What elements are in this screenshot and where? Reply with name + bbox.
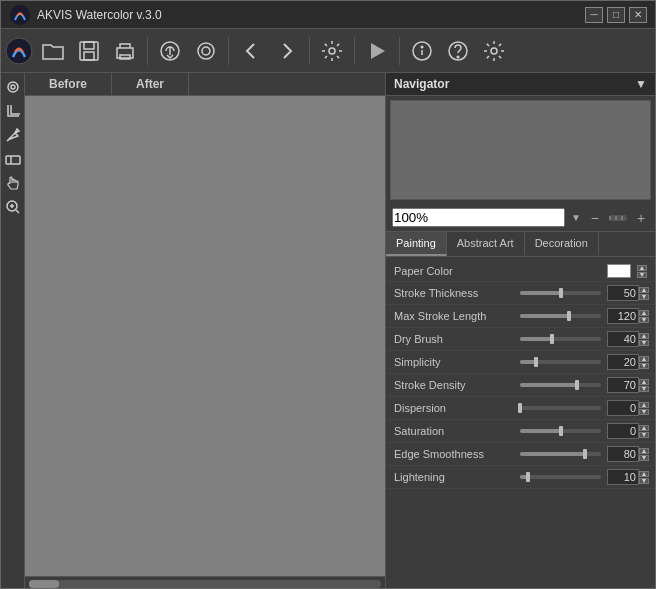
dry-brush-slider-area[interactable]: [520, 337, 601, 341]
stroke-thickness-slider-area[interactable]: [520, 291, 601, 295]
setting-stroke-density: Stroke Density ▲ ▼: [386, 374, 655, 397]
export-button[interactable]: [154, 35, 186, 67]
edge-smoothness-spin[interactable]: ▲ ▼: [639, 448, 649, 461]
edge-smoothness-slider-area[interactable]: [520, 452, 601, 456]
spin-up[interactable]: ▲: [639, 379, 649, 385]
stroke-density-slider-area[interactable]: [520, 383, 601, 387]
simplicity-spin[interactable]: ▲ ▼: [639, 356, 649, 369]
spin-up[interactable]: ▲: [639, 402, 649, 408]
print-button[interactable]: [109, 35, 141, 67]
spin-down[interactable]: ▼: [639, 294, 649, 300]
spin-up[interactable]: ▲: [637, 265, 647, 271]
tab-decoration[interactable]: Decoration: [525, 232, 599, 256]
panel-tabs: Painting Abstract Art Decoration: [386, 232, 655, 257]
eraser-tool-button[interactable]: [3, 149, 23, 169]
maximize-button[interactable]: □: [607, 7, 625, 23]
settings-button[interactable]: [316, 35, 348, 67]
erase-button[interactable]: [190, 35, 222, 67]
dropdown-icon[interactable]: ▼: [571, 212, 581, 223]
zoom-tool-button[interactable]: [3, 197, 23, 217]
horizontal-scrollbar[interactable]: [25, 576, 385, 589]
view-tool-button[interactable]: [3, 77, 23, 97]
zoom-slider[interactable]: [609, 215, 627, 221]
dry-brush-spin[interactable]: ▲ ▼: [639, 333, 649, 346]
window-controls[interactable]: ─ □ ✕: [585, 7, 647, 23]
spin-up[interactable]: ▲: [639, 356, 649, 362]
brush-tool-button[interactable]: [3, 125, 23, 145]
separator-1: [147, 37, 148, 65]
paper-color-spin[interactable]: ▲ ▼: [637, 265, 647, 278]
spin-up[interactable]: ▲: [639, 425, 649, 431]
spin-down[interactable]: ▼: [639, 340, 649, 346]
spin-down[interactable]: ▼: [639, 455, 649, 461]
setting-max-stroke-length: Max Stroke Length ▲ ▼: [386, 305, 655, 328]
dispersion-spin[interactable]: ▲ ▼: [639, 402, 649, 415]
scroll-track[interactable]: [29, 580, 381, 588]
max-stroke-length-slider-area[interactable]: [520, 314, 601, 318]
saturation-input[interactable]: [607, 423, 639, 439]
dry-brush-value: ▲ ▼: [607, 331, 647, 347]
spin-up[interactable]: ▲: [639, 471, 649, 477]
crop-tool-button[interactable]: [3, 101, 23, 121]
minimize-button[interactable]: ─: [585, 7, 603, 23]
simplicity-input[interactable]: [607, 354, 639, 370]
spin-down[interactable]: ▼: [639, 363, 649, 369]
lightening-input[interactable]: [607, 469, 639, 485]
max-stroke-length-spin[interactable]: ▲ ▼: [639, 310, 649, 323]
dry-brush-input[interactable]: [607, 331, 639, 347]
forward-button[interactable]: [271, 35, 303, 67]
zoom-minus-button[interactable]: −: [587, 210, 603, 226]
tab-after[interactable]: After: [112, 73, 189, 95]
stroke-density-input[interactable]: [607, 377, 639, 393]
settings-list: Paper Color ▲ ▼ Stroke Thickness: [386, 257, 655, 589]
spin-up[interactable]: ▲: [639, 287, 649, 293]
simplicity-value: ▲ ▼: [607, 354, 647, 370]
dispersion-value: ▲ ▼: [607, 400, 647, 416]
dispersion-slider-area[interactable]: [520, 406, 601, 410]
paper-color-swatch[interactable]: [607, 264, 631, 278]
svg-point-18: [11, 85, 15, 89]
svg-rect-2: [80, 42, 98, 60]
config-icon: [482, 39, 506, 63]
edge-smoothness-input[interactable]: [607, 446, 639, 462]
tab-painting[interactable]: Painting: [386, 232, 447, 256]
navigator-dropdown-icon[interactable]: ▼: [635, 77, 647, 91]
zoom-input[interactable]: [392, 208, 565, 227]
tab-abstract-art[interactable]: Abstract Art: [447, 232, 525, 256]
lightening-slider-area[interactable]: [520, 475, 601, 479]
spin-down[interactable]: ▼: [639, 317, 649, 323]
saturation-slider-area[interactable]: [520, 429, 601, 433]
stroke-thickness-input[interactable]: [607, 285, 639, 301]
saturation-spin[interactable]: ▲ ▼: [639, 425, 649, 438]
left-toolbar: [1, 73, 25, 589]
spin-down[interactable]: ▼: [639, 386, 649, 392]
edge-smoothness-label: Edge Smoothness: [394, 448, 514, 460]
spin-down[interactable]: ▼: [639, 409, 649, 415]
close-button[interactable]: ✕: [629, 7, 647, 23]
stroke-thickness-spin[interactable]: ▲ ▼: [639, 287, 649, 300]
spin-down[interactable]: ▼: [639, 478, 649, 484]
max-stroke-length-input[interactable]: [607, 308, 639, 324]
lightening-spin[interactable]: ▲ ▼: [639, 471, 649, 484]
saturation-value: ▲ ▼: [607, 423, 647, 439]
dispersion-input[interactable]: [607, 400, 639, 416]
main-layout: Before After Navigator ▼ ▼ − +: [1, 73, 655, 589]
stroke-density-spin[interactable]: ▲ ▼: [639, 379, 649, 392]
play-button[interactable]: [361, 35, 393, 67]
hand-tool-button[interactable]: [3, 173, 23, 193]
spin-up[interactable]: ▲: [639, 310, 649, 316]
info-button[interactable]: [406, 35, 438, 67]
help-button[interactable]: [442, 35, 474, 67]
spin-down[interactable]: ▼: [639, 432, 649, 438]
spin-up[interactable]: ▲: [639, 448, 649, 454]
zoom-plus-button[interactable]: +: [633, 210, 649, 226]
tab-before[interactable]: Before: [25, 73, 112, 95]
config-button[interactable]: [478, 35, 510, 67]
back-button[interactable]: [235, 35, 267, 67]
spin-up[interactable]: ▲: [639, 333, 649, 339]
open-button[interactable]: [37, 35, 69, 67]
spin-down[interactable]: ▼: [637, 272, 647, 278]
simplicity-slider-area[interactable]: [520, 360, 601, 364]
scroll-thumb[interactable]: [29, 580, 59, 588]
save-button[interactable]: [73, 35, 105, 67]
